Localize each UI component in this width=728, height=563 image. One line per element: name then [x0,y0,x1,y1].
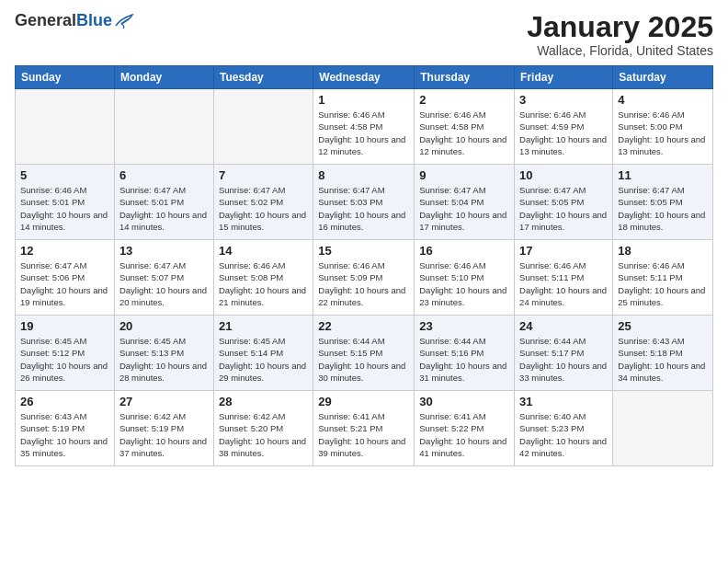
calendar-cell: 22Sunrise: 6:44 AMSunset: 5:15 PMDayligh… [313,316,415,391]
day-info: Sunrise: 6:46 AMSunset: 5:00 PMDaylight:… [618,109,708,157]
day-number: 16 [419,244,509,258]
week-row-4: 19Sunrise: 6:45 AMSunset: 5:12 PMDayligh… [16,316,713,391]
location: Wallace, Florida, United States [527,43,713,58]
day-info: Sunrise: 6:47 AMSunset: 5:05 PMDaylight:… [519,184,608,233]
week-row-5: 26Sunrise: 6:43 AMSunset: 5:19 PMDayligh… [16,391,713,466]
calendar-cell: 24Sunrise: 6:44 AMSunset: 5:17 PMDayligh… [515,316,613,391]
calendar-cell: 20Sunrise: 6:45 AMSunset: 5:13 PMDayligh… [114,316,213,391]
day-number: 2 [419,93,509,107]
day-info: Sunrise: 6:46 AMSunset: 4:58 PMDaylight:… [419,109,509,157]
calendar-cell: 18Sunrise: 6:46 AMSunset: 5:11 PMDayligh… [613,240,713,316]
calendar-cell: 12Sunrise: 6:47 AMSunset: 5:06 PMDayligh… [16,240,115,316]
day-number: 23 [419,319,509,333]
weekday-tuesday: Tuesday [213,66,313,89]
logo-bird-icon [114,13,134,29]
day-info: Sunrise: 6:46 AMSunset: 5:09 PMDaylight:… [318,259,409,308]
calendar-cell [613,391,713,466]
calendar-cell: 21Sunrise: 6:45 AMSunset: 5:14 PMDayligh… [213,316,313,391]
day-info: Sunrise: 6:40 AMSunset: 5:23 PMDaylight:… [519,410,608,459]
day-number: 5 [20,168,109,182]
header: GeneralBlue January 2025 Wallace, Florid… [15,11,713,58]
month-title: January 2025 [527,11,713,43]
day-info: Sunrise: 6:46 AMSunset: 5:08 PMDaylight:… [219,259,308,308]
calendar-cell: 13Sunrise: 6:47 AMSunset: 5:07 PMDayligh… [114,240,213,316]
day-number: 1 [318,93,409,107]
day-info: Sunrise: 6:47 AMSunset: 5:03 PMDaylight:… [318,184,409,233]
day-info: Sunrise: 6:45 AMSunset: 5:12 PMDaylight:… [20,335,109,384]
calendar-cell: 31Sunrise: 6:40 AMSunset: 5:23 PMDayligh… [515,391,613,466]
calendar-cell: 19Sunrise: 6:45 AMSunset: 5:12 PMDayligh… [16,316,115,391]
calendar-cell: 26Sunrise: 6:43 AMSunset: 5:19 PMDayligh… [16,391,115,466]
day-number: 14 [219,244,308,258]
day-number: 10 [519,168,608,182]
logo-general-text: General [15,11,76,29]
calendar-cell: 7Sunrise: 6:47 AMSunset: 5:02 PMDaylight… [213,165,313,240]
day-info: Sunrise: 6:45 AMSunset: 5:14 PMDaylight:… [219,335,308,384]
calendar-cell: 29Sunrise: 6:41 AMSunset: 5:21 PMDayligh… [313,391,415,466]
day-info: Sunrise: 6:46 AMSunset: 4:58 PMDaylight:… [318,109,409,157]
day-number: 8 [318,168,409,182]
day-number: 15 [318,244,409,258]
title-area: January 2025 Wallace, Florida, United St… [527,11,713,58]
day-info: Sunrise: 6:47 AMSunset: 5:05 PMDaylight:… [618,184,708,233]
logo: GeneralBlue [15,11,134,30]
week-row-2: 5Sunrise: 6:46 AMSunset: 5:01 PMDaylight… [16,165,713,240]
day-info: Sunrise: 6:45 AMSunset: 5:13 PMDaylight:… [119,335,209,384]
day-info: Sunrise: 6:46 AMSunset: 5:10 PMDaylight:… [419,259,509,308]
day-number: 22 [318,319,409,333]
weekday-header-row: SundayMondayTuesdayWednesdayThursdayFrid… [16,66,713,89]
weekday-friday: Friday [515,66,613,89]
weekday-thursday: Thursday [415,66,515,89]
day-info: Sunrise: 6:44 AMSunset: 5:17 PMDaylight:… [519,335,608,384]
day-number: 26 [20,395,109,408]
day-info: Sunrise: 6:47 AMSunset: 5:06 PMDaylight:… [20,259,109,308]
day-number: 7 [219,168,308,182]
day-number: 19 [20,319,109,333]
calendar-cell: 10Sunrise: 6:47 AMSunset: 5:05 PMDayligh… [515,165,613,240]
calendar-page: GeneralBlue January 2025 Wallace, Florid… [0,0,728,563]
calendar-cell: 1Sunrise: 6:46 AMSunset: 4:58 PMDaylight… [313,89,415,165]
day-number: 27 [119,395,209,408]
day-info: Sunrise: 6:46 AMSunset: 4:59 PMDaylight:… [519,109,608,157]
calendar-cell: 28Sunrise: 6:42 AMSunset: 5:20 PMDayligh… [213,391,313,466]
day-number: 25 [618,319,708,333]
day-number: 13 [119,244,209,258]
day-number: 17 [519,244,608,258]
calendar-cell [213,89,313,165]
day-info: Sunrise: 6:41 AMSunset: 5:22 PMDaylight:… [419,410,509,459]
day-number: 4 [618,93,708,107]
calendar-cell: 16Sunrise: 6:46 AMSunset: 5:10 PMDayligh… [415,240,515,316]
day-info: Sunrise: 6:44 AMSunset: 5:15 PMDaylight:… [318,335,409,384]
day-info: Sunrise: 6:47 AMSunset: 5:01 PMDaylight:… [119,184,209,233]
calendar-cell: 5Sunrise: 6:46 AMSunset: 5:01 PMDaylight… [16,165,115,240]
day-info: Sunrise: 6:47 AMSunset: 5:07 PMDaylight:… [119,259,209,308]
day-info: Sunrise: 6:43 AMSunset: 5:18 PMDaylight:… [618,335,708,384]
day-info: Sunrise: 6:46 AMSunset: 5:11 PMDaylight:… [618,259,708,308]
day-number: 20 [119,319,209,333]
calendar-cell: 30Sunrise: 6:41 AMSunset: 5:22 PMDayligh… [415,391,515,466]
day-number: 3 [519,93,608,107]
calendar-cell [114,89,213,165]
weekday-monday: Monday [114,66,213,89]
day-number: 21 [219,319,308,333]
logo-blue-text: Blue [76,11,112,29]
calendar-cell [16,89,115,165]
day-info: Sunrise: 6:47 AMSunset: 5:04 PMDaylight:… [419,184,509,233]
day-info: Sunrise: 6:46 AMSunset: 5:11 PMDaylight:… [519,259,608,308]
calendar-cell: 14Sunrise: 6:46 AMSunset: 5:08 PMDayligh… [213,240,313,316]
day-info: Sunrise: 6:41 AMSunset: 5:21 PMDaylight:… [318,410,409,459]
day-info: Sunrise: 6:44 AMSunset: 5:16 PMDaylight:… [419,335,509,384]
day-number: 29 [318,395,409,408]
calendar-cell: 9Sunrise: 6:47 AMSunset: 5:04 PMDaylight… [415,165,515,240]
day-number: 24 [519,319,608,333]
day-info: Sunrise: 6:42 AMSunset: 5:20 PMDaylight:… [219,410,308,459]
calendar-table: SundayMondayTuesdayWednesdayThursdayFrid… [15,65,713,466]
day-number: 6 [119,168,209,182]
week-row-3: 12Sunrise: 6:47 AMSunset: 5:06 PMDayligh… [16,240,713,316]
calendar-cell: 15Sunrise: 6:46 AMSunset: 5:09 PMDayligh… [313,240,415,316]
weekday-saturday: Saturday [613,66,713,89]
weekday-wednesday: Wednesday [313,66,415,89]
day-info: Sunrise: 6:47 AMSunset: 5:02 PMDaylight:… [219,184,308,233]
calendar-cell: 2Sunrise: 6:46 AMSunset: 4:58 PMDaylight… [415,89,515,165]
day-info: Sunrise: 6:43 AMSunset: 5:19 PMDaylight:… [20,410,109,459]
